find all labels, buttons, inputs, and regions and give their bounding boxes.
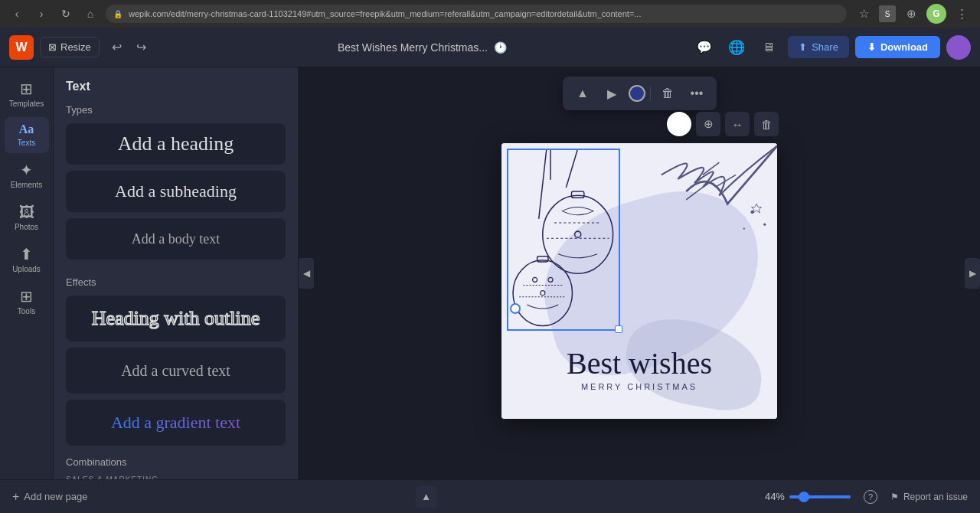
browser-actions: ☆ S ⊕ G ⋮ <box>853 3 972 25</box>
types-section-title: Types <box>66 104 286 116</box>
element-delete-button[interactable]: 🗑 <box>754 112 779 136</box>
add-subheading-card[interactable]: Add a subheading <box>66 171 286 212</box>
svg-point-15 <box>533 277 537 282</box>
sidebar-item-label: Uploads <box>12 265 41 273</box>
gradient-text-card[interactable]: Add a gradient text <box>66 400 286 446</box>
history-icon[interactable]: 🕐 <box>494 41 507 54</box>
texts-icon: Aa <box>19 123 34 136</box>
forward-button[interactable]: › <box>32 5 51 23</box>
undo-redo-group: ↩ ↪ <box>106 36 153 59</box>
browser-bar: ‹ › ↻ ⌂ 🔒 wepik.com/edit/merry-christmas… <box>0 0 980 28</box>
element-controls: ⊕ ↔ 🗑 <box>667 112 779 136</box>
url-bar[interactable]: 🔒 wepik.com/edit/merry-christmas-card-11… <box>106 5 847 23</box>
svg-line-5 <box>539 149 547 219</box>
sidebar-item-tools[interactable]: ⊞ Tools <box>5 283 49 322</box>
share-icon: ⬆ <box>799 41 807 53</box>
share-button[interactable]: ⬆ Share <box>788 36 849 58</box>
svg-point-2 <box>743 228 745 230</box>
element-color-circle[interactable] <box>667 112 691 136</box>
color-picker-btn[interactable] <box>629 85 645 102</box>
ornaments-svg <box>507 149 626 336</box>
text-panel: Text Types Add a heading Add a subheadin… <box>54 67 299 479</box>
sidebar-item-label: Photos <box>15 223 38 231</box>
svg-point-10 <box>575 231 581 237</box>
back-button[interactable]: ‹ <box>8 5 26 23</box>
page-nav-up-button[interactable]: ▲ <box>416 486 437 508</box>
bottom-bar: + Add new page ▲ 44% ? ⚑ Report an issue <box>0 479 980 513</box>
body-preview: Add a body text <box>132 231 220 247</box>
play-icon: ▶ <box>607 87 616 101</box>
undo-button[interactable]: ↩ <box>106 36 129 59</box>
drag-handle[interactable] <box>510 303 521 314</box>
flag-icon: ⚑ <box>890 492 899 502</box>
user-avatar[interactable] <box>946 35 971 60</box>
element-flip-button[interactable]: ↔ <box>725 112 750 136</box>
sidebar-item-label: Elements <box>11 181 43 189</box>
star-button[interactable]: ☆ <box>853 3 874 25</box>
gradient-preview: Add a gradient text <box>111 413 240 433</box>
chevron-right-icon: ▶ <box>969 268 976 279</box>
chrome-button[interactable]: 🌐 <box>724 34 750 60</box>
menu-button[interactable]: ⋮ <box>951 3 972 25</box>
text-play-button[interactable]: ▶ <box>599 81 624 106</box>
extensions-button[interactable]: ⊕ <box>900 3 922 25</box>
sidebar-item-label: Tools <box>18 307 35 315</box>
sales-category-label: SALES & MARKETING <box>66 475 286 479</box>
trash-icon: 🗑 <box>761 118 773 131</box>
heading-outline-card[interactable]: Heading with outline <box>66 296 286 341</box>
download-button[interactable]: ⬇ Download <box>855 36 940 58</box>
redo-button[interactable]: ↪ <box>130 36 153 59</box>
add-body-card[interactable]: Add a body text <box>66 218 286 260</box>
logo-button[interactable]: W <box>9 35 34 60</box>
outline-preview: Heading with outline <box>92 307 260 330</box>
bottom-center: ▲ <box>416 486 437 508</box>
svg-rect-7 <box>572 191 584 198</box>
download-icon: ⬇ <box>867 41 876 53</box>
effects-section-title: Effects <box>66 276 286 288</box>
bottom-right: 44% ? ⚑ Report an issue <box>765 486 968 508</box>
editor-topbar: W ⊠ Resize ↩ ↪ Best Wishes Merry Christm… <box>0 28 980 67</box>
heading-preview: Add a heading <box>118 132 234 155</box>
svg-point-11 <box>513 260 573 326</box>
sidebar-item-elements[interactable]: ✦ Elements <box>5 156 49 195</box>
sidebar-item-templates[interactable]: ⊞ Templates <box>5 75 49 114</box>
home-button[interactable]: ⌂ <box>81 5 100 23</box>
element-duplicate-button[interactable]: ⊕ <box>696 112 720 136</box>
svg-point-1 <box>763 224 766 226</box>
curved-text-card[interactable]: Add a curved text <box>66 348 286 394</box>
comment-button[interactable]: 💬 <box>691 34 717 60</box>
report-issue-button[interactable]: ⚑ Report an issue <box>890 492 968 502</box>
elements-icon: ✦ <box>20 162 33 178</box>
design-card[interactable]: Best wishes Merry Christmas <box>501 143 777 419</box>
sidebar-item-uploads[interactable]: ⬆ Uploads <box>5 240 49 279</box>
toolbar-divider <box>650 86 651 101</box>
refresh-button[interactable]: ↻ <box>57 5 75 23</box>
delete-element-button[interactable]: 🗑 <box>655 81 680 106</box>
photos-icon: 🖼 <box>19 204 34 220</box>
pine-branch-svg <box>612 143 777 281</box>
tools-sidebar: ⊞ Templates Aa Texts ✦ Elements 🖼 Photos… <box>0 67 54 479</box>
add-heading-card[interactable]: Add a heading <box>66 123 286 165</box>
document-title: Best Wishes Merry Christmas... <box>338 41 488 54</box>
more-options-button[interactable]: ••• <box>684 81 709 106</box>
templates-icon: ⊞ <box>20 81 33 96</box>
sidebar-item-texts[interactable]: Aa Texts <box>5 117 49 153</box>
topbar-actions: 💬 🌐 🖥 ⬆ Share ⬇ Download <box>691 34 971 60</box>
zoom-control: 44% <box>765 491 851 502</box>
canvas-scroll-left-btn[interactable]: ◀ <box>299 258 314 289</box>
canvas-scroll-right-btn[interactable]: ▶ <box>965 258 980 289</box>
present-button[interactable]: 🖥 <box>756 34 782 60</box>
resize-button[interactable]: ⊠ Resize <box>40 37 100 57</box>
uploads-icon: ⬆ <box>20 247 33 262</box>
subheading-preview: Add a subheading <box>115 181 237 201</box>
panel-title: Text <box>66 80 286 93</box>
sidebar-item-photos[interactable]: 🖼 Photos <box>5 198 49 237</box>
url-text: wepik.com/edit/merry-christmas-card-1103… <box>129 9 642 18</box>
text-align-button[interactable]: ▲ <box>570 81 595 106</box>
card-merry-christmas-text: Merry Christmas <box>529 382 750 391</box>
browser-avatar[interactable]: G <box>926 4 946 24</box>
help-button[interactable]: ? <box>860 486 881 508</box>
zoom-slider[interactable] <box>789 495 851 498</box>
text-align-icon: ▲ <box>577 87 589 100</box>
add-page-button[interactable]: + Add new page <box>12 490 87 504</box>
